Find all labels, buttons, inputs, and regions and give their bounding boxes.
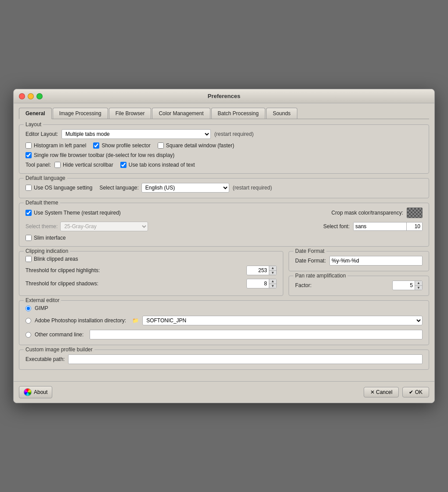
tab-batch-processing[interactable]: Batch Processing <box>211 108 265 119</box>
custom-profile-group: Custom image profile builder Executable … <box>19 350 429 370</box>
external-editor-group: External editor GIMP Adobe Photoshop ins… <box>19 300 429 345</box>
pan-rate-down[interactable]: ▼ <box>415 285 422 290</box>
shadows-up[interactable]: ▲ <box>269 279 276 284</box>
pan-rate-group-title: Pan rate amplification <box>293 273 347 279</box>
blink-checkbox[interactable] <box>25 256 32 262</box>
gimp-label[interactable]: GIMP <box>35 305 48 311</box>
cancel-button[interactable]: ✕ Cancel <box>364 387 399 397</box>
pan-rate-label: Factor: <box>295 282 389 288</box>
hide-scrollbar-checkbox[interactable] <box>54 162 61 168</box>
editor-layout-row: Editor Layout: Multiple tabs mode Single… <box>25 129 423 139</box>
tab-color-management[interactable]: Color Management <box>152 108 210 119</box>
theme-select[interactable]: 25-Gray-Gray Dark Light <box>60 222 148 231</box>
shadows-down[interactable]: ▼ <box>269 284 276 288</box>
tab-icons-checkbox[interactable] <box>120 162 126 168</box>
shadows-value[interactable] <box>247 280 269 288</box>
blink-label[interactable]: Blink clipped areas <box>34 256 78 262</box>
language-group-title: Default language <box>24 175 67 181</box>
shadows-label: Threshold for clipped shadows: <box>25 281 246 287</box>
maximize-button[interactable] <box>36 93 43 99</box>
pan-rate-up[interactable]: ▲ <box>415 281 422 285</box>
minimize-button[interactable] <box>28 93 34 99</box>
histogram-label[interactable]: Histogram in left panel <box>34 142 86 149</box>
exec-path-input[interactable] <box>68 354 423 364</box>
tab-general[interactable]: General <box>19 108 52 119</box>
highlights-down[interactable]: ▼ <box>269 270 276 275</box>
date-format-input[interactable] <box>329 256 423 266</box>
shadows-spinner: ▲ ▼ <box>269 279 276 288</box>
single-row-checkbox[interactable] <box>25 152 32 158</box>
font-size-input[interactable] <box>406 222 422 230</box>
pan-rate-row: Factor: ▲ ▼ <box>295 281 423 290</box>
pan-rate-spinner: ▲ ▼ <box>415 281 422 290</box>
close-button[interactable] <box>19 93 25 99</box>
tab-image-processing[interactable]: Image Processing <box>53 108 108 119</box>
tab-bar: General Image Processing File Browser Co… <box>19 108 429 119</box>
highlights-up[interactable]: ▲ <box>269 266 276 270</box>
crop-mask-label: Crop mask color/transparency: <box>332 210 403 216</box>
square-detail-label[interactable]: Square detail window (faster) <box>166 142 234 149</box>
editor-layout-select[interactable]: Multiple tabs mode Single tab mode Dual … <box>61 129 211 139</box>
titlebar-buttons <box>19 93 43 99</box>
shadows-row: Threshold for clipped shadows: ▲ ▼ <box>25 279 277 288</box>
other-row: Other command line: <box>25 330 423 339</box>
layout-group-title: Layout <box>24 121 43 128</box>
ok-button[interactable]: ✔ OK <box>402 387 429 397</box>
use-os-wrap: Use OS language setting <box>25 185 92 191</box>
clipping-group: Clipping indication Blink clipped areas … <box>19 251 283 296</box>
bottom-bar: About ✕ Cancel ✔ OK <box>14 381 434 403</box>
show-profile-label[interactable]: Show profile selector <box>101 142 150 149</box>
single-row-checkbox-wrap: Single row file browser toolbar (de-sele… <box>25 152 174 158</box>
system-theme-wrap: Use System Theme (restart required) <box>25 210 121 216</box>
square-detail-checkbox[interactable] <box>158 142 164 149</box>
pan-rate-value[interactable] <box>393 281 415 289</box>
tab-icons-wrap: Use tab icons instead of text <box>120 162 195 168</box>
photoshop-radio[interactable] <box>25 318 31 324</box>
highlights-value[interactable] <box>247 266 269 274</box>
hide-scrollbar-label[interactable]: Hide vertical scrollbar <box>63 162 113 168</box>
exec-path-label: Executable path: <box>25 356 65 362</box>
font-field <box>353 222 423 231</box>
crop-mask-swatch[interactable] <box>407 208 423 218</box>
about-button[interactable]: About <box>19 386 52 398</box>
slim-interface-label[interactable]: Slim interface <box>34 235 66 241</box>
other-command-input[interactable] <box>90 330 423 339</box>
clipping-group-title: Clipping indication <box>24 248 70 254</box>
select-font-label: Select font: <box>323 223 350 230</box>
exec-path-row: Executable path: <box>25 354 423 364</box>
custom-profile-group-title: Custom image profile builder <box>24 346 94 353</box>
show-profile-checkbox[interactable] <box>93 142 99 149</box>
tab-file-browser[interactable]: File Browser <box>109 108 152 119</box>
slim-interface-row: Slim interface <box>25 235 423 241</box>
gimp-radio[interactable] <box>25 306 31 311</box>
tab-sounds[interactable]: Sounds <box>266 108 297 119</box>
highlights-spinner: ▲ ▼ <box>269 266 276 275</box>
tab-icons-label[interactable]: Use tab icons instead of text <box>129 162 195 168</box>
photoshop-label[interactable]: Adobe Photoshop installation directory: <box>35 317 126 324</box>
system-theme-label[interactable]: Use System Theme (restart required) <box>34 210 121 216</box>
blink-wrap: Blink clipped areas <box>25 256 78 262</box>
font-name-input[interactable] <box>354 222 406 230</box>
single-row-label[interactable]: Single row file browser toolbar (de-sele… <box>34 152 174 158</box>
about-label: About <box>34 389 47 395</box>
gimp-row: GIMP <box>25 305 423 311</box>
photoshop-path-select[interactable]: SOFTONIC_JPN <box>142 316 423 325</box>
slim-interface-checkbox[interactable] <box>25 235 32 241</box>
use-os-checkbox[interactable] <box>25 185 32 191</box>
other-label[interactable]: Other command line: <box>35 332 83 338</box>
date-format-row: Date Format: <box>295 256 423 266</box>
tool-panel-row: Tool panel: Hide vertical scrollbar Use … <box>25 162 423 168</box>
use-os-label[interactable]: Use OS language setting <box>34 185 92 191</box>
layout-group: Layout Editor Layout: Multiple tabs mode… <box>19 124 429 174</box>
show-profile-checkbox-wrap: Show profile selector <box>93 142 150 149</box>
language-group: Default language Use OS language setting… <box>19 178 429 198</box>
about-icon <box>24 388 32 396</box>
system-theme-row: Use System Theme (restart required) Crop… <box>25 208 423 218</box>
cancel-label: ✕ Cancel <box>370 389 393 395</box>
highlights-spinbox: ▲ ▼ <box>246 266 277 275</box>
language-select[interactable]: English (US) French German Spanish <box>141 183 229 193</box>
system-theme-checkbox[interactable] <box>25 210 32 216</box>
other-radio[interactable] <box>25 332 31 338</box>
histogram-checkbox[interactable] <box>25 142 32 149</box>
lang-restart-text: (restart required) <box>233 185 272 191</box>
